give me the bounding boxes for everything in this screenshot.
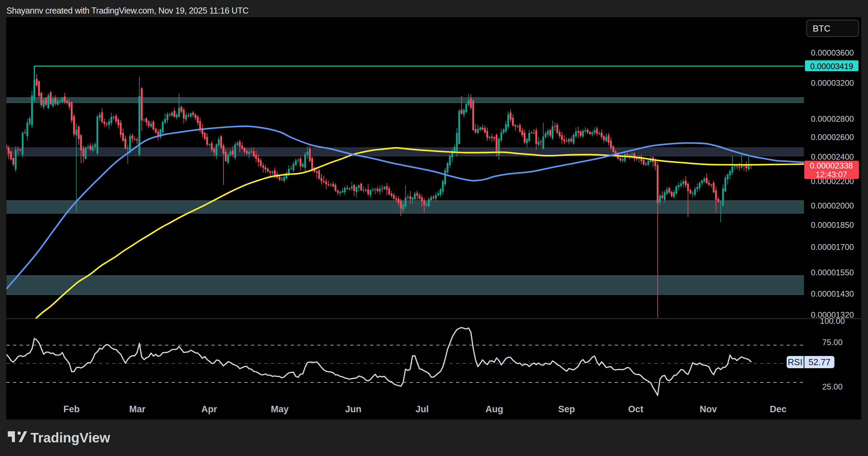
svg-text:Feb: Feb [63,404,80,414]
svg-text:Shayannv created with TradingV: Shayannv created with TradingView.com, N… [6,6,249,15]
svg-text:Jul: Jul [415,404,429,414]
svg-text:0.00003200: 0.00003200 [811,78,854,87]
svg-text:Mar: Mar [129,404,146,414]
svg-text:0.00001700: 0.00001700 [811,242,854,252]
svg-text:100.00: 100.00 [820,316,845,325]
svg-text:0.00003419: 0.00003419 [810,62,853,71]
svg-text:RSI: RSI [788,357,802,367]
svg-text:TradingView: TradingView [31,430,111,445]
svg-text:Sep: Sep [558,404,575,414]
svg-text:0.00002400: 0.00002400 [811,152,854,161]
svg-text:0.00002338: 0.00002338 [810,161,853,170]
svg-text:Apr: Apr [201,404,217,414]
svg-text:25.00: 25.00 [822,382,843,391]
svg-text:Aug: Aug [486,404,503,414]
svg-text:0.00002800: 0.00002800 [811,114,854,123]
svg-text:May: May [271,404,289,414]
svg-text:0.00003600: 0.00003600 [811,48,854,57]
svg-text:0.00002000: 0.00002000 [811,201,854,210]
svg-text:Nov: Nov [699,404,717,414]
svg-text:52.77: 52.77 [808,357,830,367]
svg-text:0.00001550: 0.00001550 [811,268,854,277]
svg-text:0.00001850: 0.00001850 [811,220,854,230]
svg-text:BTC: BTC [813,23,830,34]
svg-text:Oct: Oct [628,404,643,414]
svg-text:0.00002600: 0.00002600 [811,133,854,142]
svg-text:Jun: Jun [345,404,361,414]
svg-text:0.00001430: 0.00001430 [811,289,854,298]
svg-text:12:43:07: 12:43:07 [815,170,847,179]
svg-text:Dec: Dec [770,404,787,414]
svg-text:75.00: 75.00 [822,338,843,347]
